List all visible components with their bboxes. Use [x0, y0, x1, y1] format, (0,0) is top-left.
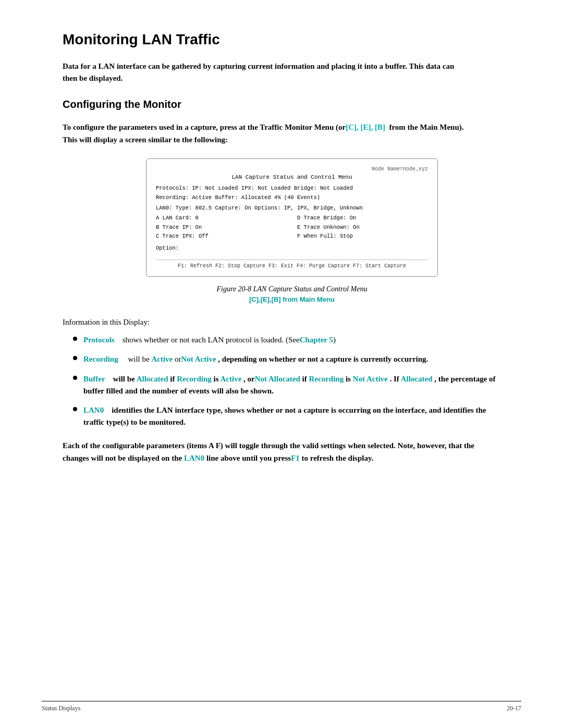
page-title: Monitoring LAN Traffic	[63, 31, 521, 48]
bullet-text-buffer: Buffer will be Allocated if Recording is…	[83, 373, 500, 398]
bottom-text-2: line above until you press	[204, 454, 291, 462]
bullet-text-recording: Recording will be Active orNot Active , …	[83, 353, 428, 365]
chapter5-link: Chapter 5	[300, 336, 333, 344]
bullet-text-3e: if	[300, 375, 309, 383]
right-col-0: D Trace Bridge: On	[297, 214, 428, 222]
bullet-text-1b: )	[333, 336, 336, 344]
keyword-buffer: Buffer	[83, 375, 105, 383]
option-line: Option:	[156, 245, 428, 251]
bullet-item-recording: Recording will be Active orNot Active , …	[73, 353, 500, 365]
f1-inline: F1	[291, 454, 300, 462]
active-label: Active	[151, 355, 173, 363]
bullet-text-2b: or	[173, 355, 181, 363]
lan0-inline: LAN0	[184, 454, 204, 462]
bullet-text-4a: identifies the LAN interface type, shows…	[83, 406, 486, 426]
footer-bar: Status Displays 20-17	[42, 701, 521, 712]
bullet-text-2a: will be	[120, 355, 151, 363]
config-paragraph: To configure the parameters used in a ca…	[63, 121, 469, 146]
bullet-item-lan0: LAN0 identifies the LAN interface type, …	[73, 404, 500, 429]
terminal-cols: A LAN Card: 0 B Trace IP: On C Trace IPX…	[156, 214, 428, 242]
keyword-lan0: LAN0	[83, 406, 104, 414]
bullet-text-protocols: Protocols shows whether or not each LAN …	[83, 334, 336, 346]
config-keys: [C], [E], [B]	[346, 123, 385, 131]
bullet-text-3a: will be	[107, 375, 136, 383]
bullet-dot-2	[73, 356, 77, 360]
bottom-text-3: to refresh the display.	[300, 454, 374, 462]
recording-line: Recording: Active Buffer: Allocated 4% (…	[156, 194, 428, 202]
recording-label-3: Recording	[309, 375, 344, 383]
not-active-label-2: Not Active	[353, 375, 388, 383]
menu-title: LAN Capture Status and Control Menu	[156, 174, 428, 180]
allocated-label: Allocated	[137, 375, 168, 383]
terminal-container: Node Name=node_xyz LAN Capture Status an…	[63, 158, 521, 277]
config-text-1: To configure the parameters used in a ca…	[63, 123, 346, 131]
bullet-item-protocols: Protocols shows whether or not each LAN …	[73, 334, 500, 346]
bullet-list: Protocols shows whether or not each LAN …	[63, 334, 521, 429]
footer-left: Status Displays	[42, 705, 80, 712]
footer-right: 20-17	[507, 705, 521, 712]
terminal-col-left: A LAN Card: 0 B Trace IP: On C Trace IPX…	[156, 214, 287, 242]
active-label-2: Active	[221, 375, 242, 383]
bottom-paragraph: Each of the configurable parameters (ite…	[63, 439, 490, 464]
node-name: Node Name=node_xyz	[156, 166, 428, 172]
bullet-text-3c: is	[212, 375, 221, 383]
bullet-text-lan0: LAN0 identifies the LAN interface type, …	[83, 404, 500, 429]
bullet-item-buffer: Buffer will be Allocated if Recording is…	[73, 373, 500, 398]
right-col-1: E Trace Unknown: On	[297, 224, 428, 231]
keyword-recording: Recording	[83, 355, 118, 363]
left-col-1: B Trace IP: On	[156, 224, 287, 231]
bullet-text-1a: shows whether or not each LAN protocol i…	[116, 336, 299, 344]
not-active-label: Not Active	[181, 355, 216, 363]
right-col-2: F When Full: Stop	[297, 232, 428, 240]
section-heading: Configuring the Monitor	[63, 98, 521, 110]
not-allocated-label: Not Allocated	[255, 375, 300, 383]
recording-label-2: Recording	[177, 375, 212, 383]
protocols-line: Protocols: IP: Not Loaded IPX: Not Loade…	[156, 184, 428, 192]
bullet-text-3f: is	[344, 375, 353, 383]
bullet-dot-1	[73, 337, 77, 341]
figure-caption: Figure 20-8 LAN Capture Status and Contr…	[63, 285, 521, 293]
terminal-footer: F1: Refresh F2: Stop Capture F3: Exit F4…	[156, 260, 428, 269]
allocated-label-2: Allocated	[401, 375, 433, 383]
bullet-text-2c: , depending on whether or not a capture …	[216, 355, 429, 363]
terminal-box: Node Name=node_xyz LAN Capture Status an…	[146, 158, 438, 277]
bullet-dot-3	[73, 376, 77, 380]
left-col-2: C Trace IPX: Off	[156, 232, 287, 240]
info-heading: Information in this Display:	[63, 318, 521, 327]
intro-paragraph: Data for a LAN interface can be gathered…	[63, 60, 469, 84]
lan-line: LAN0: Type: 802.5 Capture: On Options: I…	[156, 204, 428, 212]
bullet-dot-4	[73, 407, 77, 411]
keyword-protocols: Protocols	[83, 336, 115, 344]
left-col-0: A LAN Card: 0	[156, 214, 287, 222]
figure-subcaption: [C],[E],[B] from Main Menu	[63, 295, 521, 303]
bullet-text-3g: . If	[388, 375, 401, 383]
terminal-col-right: D Trace Bridge: On E Trace Unknown: On F…	[287, 214, 428, 242]
bullet-text-3b: if	[168, 375, 177, 383]
bullet-text-3d: , or	[241, 375, 254, 383]
